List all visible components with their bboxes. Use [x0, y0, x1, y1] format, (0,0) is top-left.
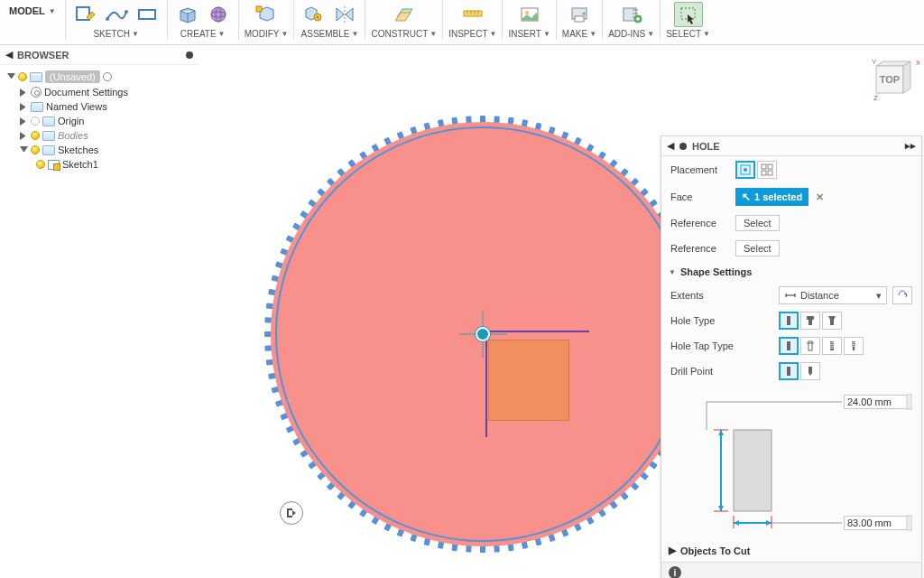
decal-icon[interactable] [515, 2, 544, 27]
hole-panel: ◀ HOLE ▸▸ Placement Face ↖ 1 selected ✕ … [661, 135, 922, 578]
panel-header[interactable]: ◀ HOLE ▸▸ [661, 136, 921, 156]
addin-icon[interactable] [617, 2, 646, 27]
print-icon[interactable] [565, 2, 594, 27]
group-select: SELECT▼ [662, 0, 714, 41]
flip-icon[interactable] [892, 286, 912, 304]
measure-icon[interactable] [458, 2, 487, 27]
tree-sketch1[interactable]: Sketch1 [4, 157, 197, 172]
bulb-icon[interactable] [31, 131, 40, 140]
reference2-label: Reference [670, 243, 735, 254]
svg-rect-52 [907, 516, 911, 530]
shape-settings-header[interactable]: ▼ Shape Settings [661, 261, 921, 283]
tree-doc-settings[interactable]: Document Settings [4, 85, 197, 99]
bulb-icon[interactable] [36, 160, 45, 169]
spline-icon[interactable] [102, 2, 131, 27]
addins-dropdown[interactable]: ADD-INS▼ [608, 27, 654, 41]
svg-point-17 [525, 11, 529, 14]
construct-dropdown[interactable]: CONSTRUCT▼ [371, 27, 437, 41]
sphere-icon[interactable] [204, 2, 233, 27]
rectangle-icon[interactable] [133, 2, 162, 27]
chevron-down-icon[interactable] [7, 73, 15, 81]
bulb-off-icon[interactable] [31, 117, 40, 126]
chevron-right-icon[interactable] [20, 132, 28, 140]
inspect-dropdown[interactable]: INSPECT▼ [448, 27, 496, 41]
svg-rect-19 [575, 16, 584, 22]
group-construct: CONSTRUCT▼ [367, 0, 440, 41]
diameter-input[interactable] [844, 395, 912, 409]
chevron-down-icon[interactable] [20, 146, 28, 154]
info-icon[interactable]: i [669, 566, 681, 578]
chevron-right-icon[interactable] [20, 89, 28, 97]
modify-icon[interactable] [252, 2, 281, 27]
chevron-right-icon[interactable] [20, 103, 28, 111]
select-dropdown[interactable]: SELECT▼ [666, 27, 710, 41]
reference1-select[interactable]: Select [735, 215, 780, 231]
hole-type-simple-icon[interactable] [779, 312, 799, 330]
implied-selection-icon[interactable] [280, 501, 303, 525]
select-icon[interactable] [674, 2, 703, 27]
chevron-right-icon: ▶ [669, 545, 676, 556]
browser-panel: ◀ BROWSER (Unsaved) Document Settings Na… [0, 45, 199, 175]
tree-origin[interactable]: Origin [4, 114, 197, 128]
viewcube[interactable]: TOP X Y Z [867, 59, 919, 102]
svg-point-9 [317, 16, 319, 19]
model-dropdown[interactable]: MODEL ▼ [2, 0, 63, 22]
placement-sketch-icon[interactable] [757, 161, 777, 179]
placement-single-icon[interactable] [735, 161, 755, 179]
gear-icon [31, 87, 42, 98]
hole-type-counterbore-icon[interactable] [800, 312, 820, 330]
modify-dropdown[interactable]: MODIFY▼ [245, 27, 289, 41]
tree-root[interactable]: (Unsaved) [4, 69, 197, 85]
box-icon[interactable] [173, 2, 202, 27]
new-sketch-icon[interactable] [71, 2, 100, 27]
assemble-dropdown[interactable]: ASSEMBLE▼ [301, 27, 359, 41]
make-dropdown[interactable]: MAKE▼ [562, 27, 596, 41]
svg-rect-40 [787, 367, 790, 376]
depth-input[interactable] [844, 516, 912, 530]
tree-bodies[interactable]: Bodies [4, 128, 197, 143]
sketch-dropdown[interactable]: SKETCH▼ [93, 27, 138, 41]
gear-body[interactable] [271, 122, 695, 546]
dot-icon [679, 143, 687, 150]
mirror-icon[interactable] [330, 2, 359, 27]
group-addins: ADD-INS▼ [605, 0, 658, 41]
tree-named-views[interactable]: Named Views [4, 99, 197, 114]
face-selection-chip[interactable]: ↖ 1 selected [735, 188, 808, 206]
sketch-rectangle[interactable] [488, 340, 569, 421]
folder-icon [42, 117, 55, 126]
cursor-icon: ↖ [742, 191, 751, 203]
group-inspect: INSPECT▼ [445, 0, 500, 41]
joint-icon[interactable] [300, 2, 328, 27]
tap-taper-icon[interactable] [844, 337, 864, 355]
plane-icon[interactable] [390, 2, 419, 27]
bulb-icon[interactable] [18, 72, 27, 81]
drill-angle-icon[interactable] [800, 362, 820, 380]
chevron-right-icon[interactable] [20, 117, 28, 126]
create-dropdown[interactable]: CREATE▼ [180, 27, 226, 41]
reference2-select[interactable]: Select [735, 240, 780, 256]
hole-placement-point[interactable] [476, 327, 490, 341]
hole-tap-label: Hole Tap Type [670, 340, 779, 351]
tap-tapped-icon[interactable] [822, 337, 842, 355]
hole-type-countersink-icon[interactable] [822, 312, 842, 330]
svg-rect-30 [762, 164, 766, 169]
viewcube-face: TOP [880, 74, 900, 85]
pin-icon[interactable]: ▸▸ [905, 140, 916, 152]
bulb-icon[interactable] [31, 145, 40, 154]
extents-dropdown[interactable]: Distance ▾ [779, 286, 887, 304]
hole-type-label: Hole Type [670, 315, 779, 326]
clear-selection-icon[interactable]: ✕ [816, 191, 824, 203]
collapse-icon[interactable]: ◀ [667, 140, 674, 152]
activate-radio[interactable] [103, 72, 112, 81]
drill-flat-icon[interactable] [779, 362, 799, 380]
insert-dropdown[interactable]: INSERT▼ [508, 27, 550, 41]
collapse-icon[interactable]: ◀ [5, 49, 13, 61]
objects-to-cut-header[interactable]: ▶ Objects To Cut [661, 539, 921, 562]
svg-point-20 [582, 13, 585, 15]
tap-clearance-icon[interactable] [800, 337, 820, 355]
browser-options-icon[interactable] [186, 51, 193, 59]
browser-header[interactable]: ◀ BROWSER [0, 45, 199, 65]
tree-sketches[interactable]: Sketches [4, 143, 197, 157]
tap-none-icon[interactable] [779, 337, 799, 355]
svg-point-2 [125, 10, 128, 14]
